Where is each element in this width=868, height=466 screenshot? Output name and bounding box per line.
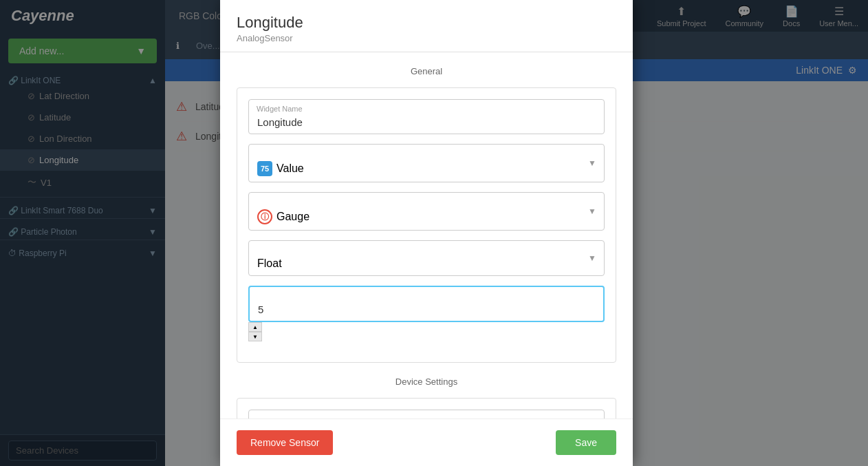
choose-icon-select[interactable]: ⓘ Gauge — [248, 192, 605, 231]
choose-icon-wrapper: ⓘ Gauge ▼ — [248, 192, 605, 231]
modal-subtitle: AnalogSensor — [237, 33, 616, 43]
choose-icon-display: ⓘ Gauge — [257, 209, 576, 224]
gauge-icon: ⓘ — [257, 209, 272, 224]
modal-title: Longitude — [237, 14, 616, 32]
modal-body: General Widget Name Choose Widget 75 Val… — [220, 52, 633, 466]
widget-name-group: Widget Name — [248, 99, 605, 134]
choose-unit-group: Choose Unit Float ▼ — [248, 240, 605, 276]
device-section-label: Device Settings — [237, 377, 616, 387]
choose-widget-value: Value — [276, 162, 304, 175]
decimals-input[interactable] — [248, 286, 605, 322]
choose-unit-value: Float — [257, 257, 282, 269]
general-section-box: Widget Name Choose Widget 75 Value ▼ — [237, 87, 616, 363]
choose-widget-wrapper: 75 Value ▼ — [248, 144, 605, 182]
choose-icon-value: Gauge — [276, 211, 310, 223]
choose-widget-select[interactable]: 75 Value — [248, 144, 605, 182]
decimals-spinner: ▲ ▼ — [248, 322, 605, 341]
modal-dialog: Longitude AnalogSensor General Widget Na… — [220, 0, 633, 466]
decimals-up-button[interactable]: ▲ — [248, 322, 262, 332]
remove-sensor-button[interactable]: Remove Sensor — [237, 430, 333, 455]
choose-widget-group: Choose Widget 75 Value ▼ — [248, 144, 605, 182]
choose-icon-group: Choose Icon ⓘ Gauge ▼ — [248, 192, 605, 231]
choose-widget-display: 75 Value — [257, 161, 576, 176]
modal-footer: Remove Sensor Save — [220, 419, 633, 466]
save-button[interactable]: Save — [556, 430, 616, 455]
modal-header: Longitude AnalogSensor — [220, 0, 633, 52]
decimals-wrapper: ▲ ▼ — [248, 286, 605, 341]
choose-unit-wrapper: Float ▼ — [248, 240, 605, 276]
widget-badge: 75 — [257, 161, 272, 176]
general-section-label: General — [237, 66, 616, 76]
choose-unit-select[interactable]: Float — [248, 240, 605, 276]
decimals-down-button[interactable]: ▼ — [248, 332, 262, 341]
decimals-group: Number of decimals ▲ ▼ — [248, 286, 605, 341]
widget-name-label: Widget Name — [257, 105, 303, 113]
